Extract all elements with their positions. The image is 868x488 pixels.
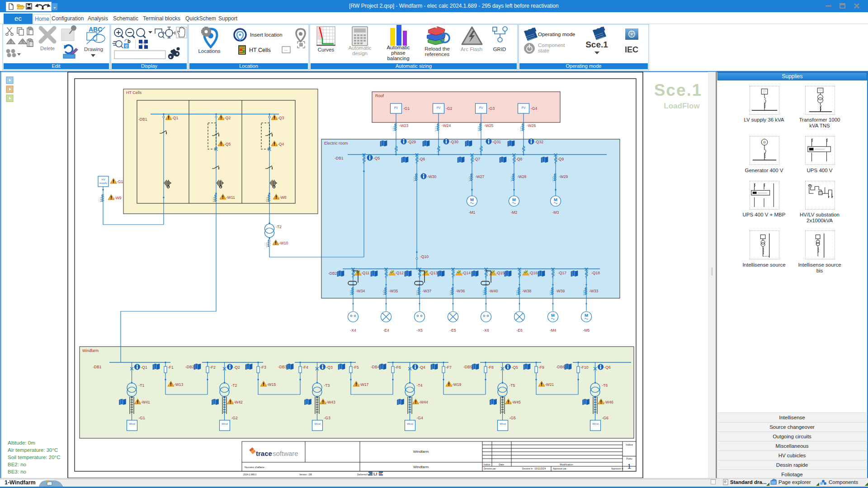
svg-text:Operating mode: Operating mode [566, 63, 602, 69]
svg-text:ABC: ABC [89, 26, 102, 33]
svg-text:-Q4: -Q4 [278, 142, 284, 146]
svg-text:-W19: -W19 [452, 382, 462, 387]
svg-text:Version : DB: Version : DB [299, 473, 312, 476]
svg-text:-W30: -W30 [427, 174, 437, 179]
svg-text:HT Cells: HT Cells [249, 47, 271, 53]
svg-text:HV: HV [101, 178, 105, 181]
svg-text:-T2: -T2 [276, 225, 282, 229]
svg-text:-T4: -T4 [417, 383, 423, 388]
svg-text:-M1: -M1 [469, 210, 476, 215]
svg-text:2024.1.689.0: 2024.1.689.0 [243, 473, 256, 476]
svg-text:-W23: -W23 [399, 123, 409, 128]
svg-text:Delete: Delete [40, 46, 55, 51]
svg-text:-Q1: -Q1 [172, 116, 178, 120]
svg-text:Automatic: Automatic [387, 45, 410, 50]
svg-text:-W26: -W26 [527, 123, 536, 128]
svg-text:Reload the: Reload the [425, 46, 450, 52]
svg-text:-F6: -F6 [395, 365, 401, 370]
svg-text:-Q2: -Q2 [224, 116, 231, 120]
svg-text:-G2: -G2 [446, 106, 452, 111]
svg-text:supply: supply [99, 182, 107, 184]
svg-text:Standard dra...: Standard dra... [730, 479, 767, 485]
svg-text:-Q7: -Q7 [474, 157, 480, 161]
svg-text:Display: Display [141, 63, 158, 69]
svg-text:-Q2: -Q2 [234, 365, 240, 370]
svg-text:-W41: -W41 [141, 400, 151, 404]
svg-text:-Q8: -Q8 [516, 157, 522, 161]
svg-text:Soil temperature: 20°C: Soil temperature: 20°C [8, 455, 60, 460]
svg-text:-G5: -G5 [509, 416, 516, 420]
svg-text:-W17: -W17 [359, 382, 369, 387]
svg-text:-Q5: -Q5 [224, 142, 231, 146]
svg-text:-E4: -E4 [383, 328, 389, 333]
svg-text:-W25: -W25 [484, 123, 494, 128]
svg-text:Dessiné le : 03/11/2024: Dessiné le : 03/11/2024 [522, 467, 546, 470]
svg-text:-W46: -W46 [604, 400, 614, 404]
svg-text:-W36: -W36 [456, 289, 465, 293]
svg-text:-Q9: -Q9 [557, 157, 564, 161]
svg-text:-W34: -W34 [356, 289, 365, 293]
svg-text:Sce.1: Sce.1 [585, 40, 608, 49]
svg-text:-Q6: -Q6 [604, 365, 611, 370]
svg-text:-Q29: -Q29 [407, 140, 416, 144]
svg-text:-DB6: -DB6 [556, 365, 565, 369]
svg-text:Windfarm: Windfarm [413, 450, 429, 454]
svg-text:-Q14: -Q14 [462, 271, 471, 275]
svg-text:LI: LI [373, 472, 377, 476]
svg-text:BE2: no: BE2: no [8, 462, 26, 467]
svg-text:-T6: -T6 [602, 383, 608, 388]
svg-text:-F3: -F3 [260, 365, 266, 370]
svg-text:-G6: -G6 [602, 416, 609, 420]
svg-text:PV: PV [479, 106, 483, 109]
svg-text:-W44: -W44 [419, 400, 429, 404]
svg-text:Curves: Curves [318, 47, 335, 52]
svg-text:BE3: no: BE3: no [8, 469, 26, 474]
svg-text:-T2: -T2 [231, 383, 237, 388]
svg-text:Electric room: Electric room [324, 141, 348, 145]
svg-text:-G4: -G4 [531, 106, 537, 111]
svg-text:-F9: -F9 [538, 365, 544, 370]
svg-text:-M5: -M5 [583, 328, 590, 333]
svg-text:-Q10: -Q10 [420, 254, 429, 259]
svg-text:balancing: balancing [387, 56, 409, 61]
svg-text:-Q12: -Q12 [395, 271, 404, 275]
svg-text:Modification: Modification [560, 463, 573, 466]
svg-text:-Q15: -Q15 [496, 271, 505, 275]
svg-text:Approuvé le :: Approuvé le : [611, 467, 624, 470]
svg-text:-Q13: -Q13 [429, 271, 438, 275]
svg-text:-M2: -M2 [511, 210, 518, 215]
svg-text:-Q3: -Q3 [278, 116, 284, 120]
svg-text:-F7: -F7 [446, 365, 452, 370]
svg-text:-W35: -W35 [389, 289, 398, 293]
svg-text:-DB2: -DB2 [328, 271, 337, 276]
svg-text:Drawing: Drawing [84, 47, 103, 52]
svg-text:-T5: -T5 [509, 383, 515, 388]
svg-text:-W21: -W21 [545, 382, 554, 387]
svg-text:-Q4: -Q4 [419, 365, 425, 370]
svg-text:Delivered by: Delivered by [357, 473, 370, 476]
svg-text:Indice: Indice [626, 443, 633, 446]
svg-text:PV: PV [394, 106, 398, 109]
svg-text:references: references [425, 52, 450, 57]
svg-text:-W40: -W40 [489, 289, 498, 293]
svg-text:Wind: Wind [129, 422, 135, 425]
svg-text:-G3: -G3 [488, 106, 495, 111]
svg-text:PV: PV [437, 106, 441, 109]
svg-text:Dessiné par :: Dessiné par : [484, 467, 497, 470]
svg-text:-W42: -W42 [234, 400, 243, 404]
svg-text:-W8: -W8 [279, 195, 287, 200]
svg-text:-W37: -W37 [422, 289, 432, 293]
svg-text:-W11: -W11 [226, 195, 235, 200]
svg-text:-X4: -X4 [350, 328, 356, 333]
svg-text:Air temperature: 30°C: Air temperature: 30°C [8, 447, 58, 453]
svg-text:Indice: Indice [484, 463, 491, 466]
svg-text:-W13: -W13 [174, 382, 184, 387]
svg-text:-Q17: -Q17 [558, 271, 566, 275]
svg-text:-W28: -W28 [517, 174, 527, 179]
svg-text:Wind: Wind [592, 422, 599, 425]
svg-text:-W39: -W39 [556, 289, 565, 293]
svg-text:-G2: -G2 [231, 416, 238, 420]
svg-text:Insert location: Insert location [250, 32, 283, 38]
svg-text:-M3: -M3 [552, 210, 559, 215]
svg-text:IEC: IEC [625, 45, 638, 54]
